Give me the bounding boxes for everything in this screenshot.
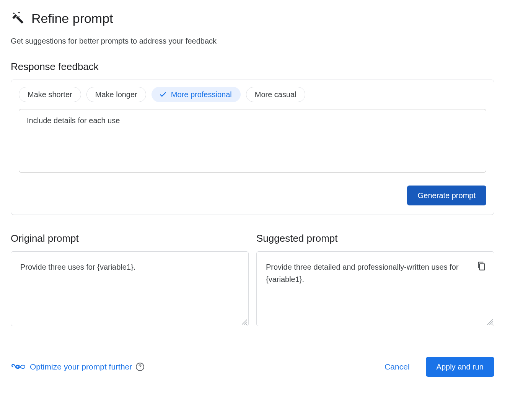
prompts-row: Original prompt Provide three uses for {… <box>11 233 494 326</box>
chip-label: More casual <box>255 90 296 99</box>
optimize-further-link[interactable]: Optimize your prompt further <box>11 362 132 372</box>
chip-more-casual[interactable]: More casual <box>246 87 305 102</box>
resize-handle-icon <box>487 319 493 325</box>
check-icon <box>159 90 167 99</box>
suggested-prompt-box[interactable]: Provide three detailed and professionall… <box>256 251 494 326</box>
dialog-subtitle: Get suggestions for better prompts to ad… <box>11 37 494 46</box>
resize-handle-icon <box>242 319 247 325</box>
cancel-button[interactable]: Cancel <box>382 362 412 372</box>
chip-label: Make shorter <box>28 90 72 99</box>
feedback-section-title: Response feedback <box>11 61 494 73</box>
optimize-further-label: Optimize your prompt further <box>30 362 132 371</box>
copy-icon <box>476 261 486 271</box>
svg-rect-0 <box>480 264 485 270</box>
feedback-input[interactable] <box>19 109 486 173</box>
original-prompt-title: Original prompt <box>11 233 249 244</box>
chip-make-shorter[interactable]: Make shorter <box>19 87 81 102</box>
feedback-panel: Make shorter Make longer More profession… <box>11 80 494 215</box>
chip-label: Make longer <box>95 90 137 99</box>
suggested-prompt-text: Provide three detailed and professionall… <box>266 261 485 285</box>
svg-point-2 <box>140 368 140 369</box>
help-icon[interactable] <box>135 362 145 372</box>
original-prompt-box[interactable]: Provide three uses for {variable1}. <box>11 251 249 326</box>
chip-make-longer[interactable]: Make longer <box>86 87 146 102</box>
original-prompt-text: Provide three uses for {variable1}. <box>20 261 239 273</box>
chip-more-professional[interactable]: More professional <box>152 87 241 102</box>
suggested-prompt-title: Suggested prompt <box>256 233 494 244</box>
feedback-chips-row: Make shorter Make longer More profession… <box>19 87 486 102</box>
generate-prompt-button[interactable]: Generate prompt <box>407 186 486 205</box>
dialog-footer: Optimize your prompt further Cancel Appl… <box>11 357 494 377</box>
chip-label: More professional <box>171 90 232 99</box>
apply-and-run-button[interactable]: Apply and run <box>426 357 494 377</box>
infinity-icon <box>15 364 25 370</box>
dialog-title: Refine prompt <box>31 11 113 26</box>
magic-wand-icon <box>11 11 26 26</box>
dialog-header: Refine prompt <box>11 11 494 26</box>
copy-suggested-button[interactable] <box>476 261 486 271</box>
